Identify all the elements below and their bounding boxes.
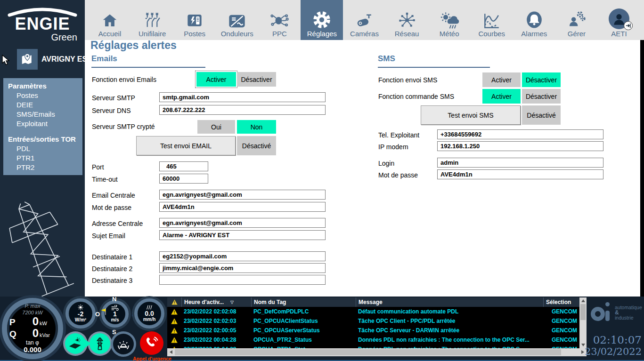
emails-desactiver-button[interactable]: Désactiver [237,72,276,87]
column-message[interactable]: Message [356,297,543,307]
column-heure-activation[interactable]: Heure d'activ...▽ [181,297,251,307]
engie-logo: ENGIE Green [0,3,85,43]
tab-accueil[interactable]: Accueil [89,0,131,40]
sms-commande-activer-button[interactable]: Activer [482,89,521,104]
sort-indicator-icon: ▽ [230,300,234,305]
destinataire3-input[interactable] [159,275,326,285]
wind-value: 1 [113,311,117,318]
ip-modem-label: IP modem [378,143,408,151]
sujet-email-input[interactable] [159,230,326,240]
login-input[interactable] [437,158,603,168]
serveur-dns-label: Serveur DNS [92,107,130,114]
port-label: Port [92,163,104,171]
rain-value: 0.0 [145,310,154,317]
sms-envoi-desactiver-button[interactable]: Désactiver [522,72,561,87]
serveur-smtp-label: Serveur SMTP [92,94,135,102]
tab-alarmes[interactable]: Alarmes [513,0,555,40]
scroll-right-icon[interactable] [581,350,584,354]
site-selector[interactable]: AVRIGNY EST [0,47,85,72]
sidebar-item-ptr1[interactable]: PTR1 [8,153,82,163]
email-centrale-input[interactable] [159,190,326,200]
serveur-smtp-input[interactable] [159,92,326,102]
sidebar-item-pdl[interactable]: PDL [8,144,82,153]
menu-section-entrees-sorties: Entrées/sorties TOR [8,135,82,144]
sidebar-item-postes[interactable]: Postes [8,91,82,100]
map-pin-icon [17,49,38,70]
rain-gauge: 0.0 mm/h [134,298,164,329]
tab-ppc[interactable]: PPC [258,0,301,40]
substation-icon [186,8,204,29]
alarm-row[interactable]: 23/02/2022 00:04:28 OPCUA_PTR1_Stat... D… [167,345,579,348]
destinataire1-label: Destinataire 1 [92,253,132,261]
vendor-line2: industrie [615,315,634,321]
alarm-warning-column-icon[interactable] [167,297,181,307]
sms-envoi-activer-button[interactable]: Activer [482,72,521,87]
tab-courbes[interactable]: Courbes [471,0,513,40]
power-gauge: P. max 7200 kW P 0 kW Q 0 kVar tan φ 0.0… [2,298,63,359]
tab-label: Alarmes [521,30,547,38]
sms-commande-desactiver-button[interactable]: Désactiver [522,89,561,104]
ppc-circuit-icon [270,8,289,29]
tel-exploitant-input[interactable] [437,129,603,139]
scroll-left-icon[interactable] [170,350,172,354]
tab-onduleurs[interactable]: Onduleurs [216,0,258,40]
smtp-crypte-non-button[interactable]: Non [237,120,276,134]
column-nom-du-tag[interactable]: Nom du Tag [251,297,356,307]
alarm-table: Heure d'activ...▽ Nom du Tag Message Sél… [167,297,579,348]
ip-modem-input[interactable] [437,141,603,151]
alarm-row[interactable]: 23/02/2022 02:02:03 PC_OPCUAClientStatus… [167,316,579,326]
vertical-scroll-thumb[interactable] [580,304,586,320]
inverter-icon [228,8,246,29]
user-gears-icon [568,8,586,29]
fonction-commande-sms-label: Fonction commande SMS [378,93,454,100]
tab-reseau[interactable]: Réseau [386,0,428,40]
alarm-row[interactable]: 23/02/2022 02:02:08 PC_DefComPDLPLC Défa… [167,307,579,316]
test-envoi-sms-button[interactable]: Test envoi SMS [421,105,521,125]
emails-activer-button[interactable]: Activer [196,72,236,87]
clock-time: 02:10:07 [585,334,642,346]
clock-date: 23/02/2022 [585,346,642,357]
timeout-input[interactable] [159,174,208,184]
email-mdp-input[interactable] [159,202,326,212]
tab-unifilaire[interactable]: Unifilaire [131,0,173,40]
logout-icon[interactable] [624,21,633,30]
emergency-call-button[interactable] [140,331,163,355]
gear-icon [312,8,331,29]
sms-mdp-label: Mot de passe [378,171,418,179]
destinataire2-input[interactable] [159,263,326,273]
alarm-horizontal-scrollbar[interactable] [167,348,587,356]
alarm-table-header: Heure d'activ...▽ Nom du Tag Message Sél… [167,297,579,307]
test-envoi-email-button[interactable]: Test envoi EMAIL [136,136,236,155]
sidebar-item-ptr2[interactable]: PTR2 [8,163,82,172]
alarm-message: Défaut communication automate PDL [356,308,543,315]
network-icon [398,8,416,29]
smtp-crypte-oui-button[interactable]: Oui [197,120,235,134]
column-selection[interactable]: Sélection [543,297,579,307]
tab-cameras[interactable]: Caméras [343,0,385,40]
sidebar-item-sms-emails[interactable]: SMS/Emails [8,110,82,119]
tab-reglages[interactable]: Réglages [301,0,343,40]
alarm-selection: GENCOM [543,327,579,334]
p-label: P [9,317,18,328]
tab-meteo[interactable]: Météo [428,0,471,40]
sidebar-item-deie[interactable]: DEIE [8,100,82,110]
smtp-crypte-label: Serveur SMTP crypté [92,123,155,130]
ai-vendor-logo: automatique & industrie [591,301,642,321]
tab-gerer[interactable]: Gérer [555,0,598,40]
test-email-status-badge: Désactivé [237,136,276,155]
tab-label: Accueil [98,30,121,38]
scroll-up-icon[interactable] [581,299,585,302]
tab-postes[interactable]: Postes [173,0,216,40]
serveur-dns-input[interactable] [159,105,326,115]
destinataire1-input[interactable] [159,251,326,261]
tab-label: Courbes [478,30,505,38]
tab-user-aeti[interactable]: AETI [598,0,640,40]
sms-mdp-input[interactable] [437,169,603,179]
sidebar-menu: Paramètres Postes DEIE SMS/Emails Exploi… [3,78,82,175]
alarm-row[interactable]: 23/02/2022 00:04:28 OPCUA_PTR2_Status Do… [167,335,579,345]
alarm-row[interactable]: 23/02/2022 02:00:05 PC_OPCUAServerStatus… [167,326,579,335]
sidebar-item-exploitant[interactable]: Exploitant [8,119,82,128]
horizontal-scroll-thumb[interactable] [175,349,561,355]
adresse-centrale-input[interactable] [159,218,326,228]
port-input[interactable] [159,161,208,171]
